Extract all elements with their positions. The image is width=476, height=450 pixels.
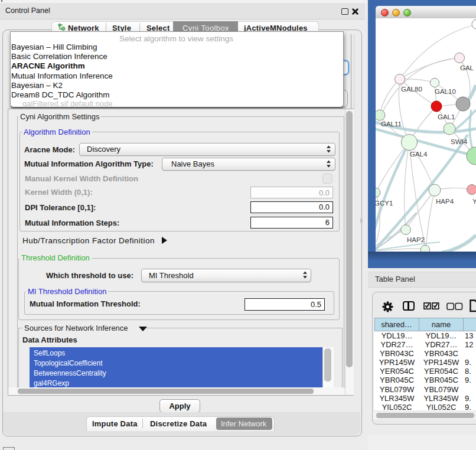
svg-text:GAL80: GAL80: [401, 86, 422, 93]
svg-text:GAL10: GAL10: [435, 88, 456, 95]
svg-text:HAP4: HAP4: [436, 198, 454, 205]
svg-text:Y: Y: [472, 198, 476, 205]
svg-text:GAL4: GAL4: [410, 151, 428, 158]
svg-text:GAL: GAL: [460, 64, 474, 71]
svg-text:HAP2: HAP2: [407, 236, 425, 243]
svg-text:SWI4: SWI4: [451, 138, 468, 145]
svg-text:GAL1: GAL1: [438, 113, 455, 120]
svg-text:GAL11: GAL11: [381, 120, 402, 128]
svg-text:GCY1: GCY1: [376, 200, 393, 207]
